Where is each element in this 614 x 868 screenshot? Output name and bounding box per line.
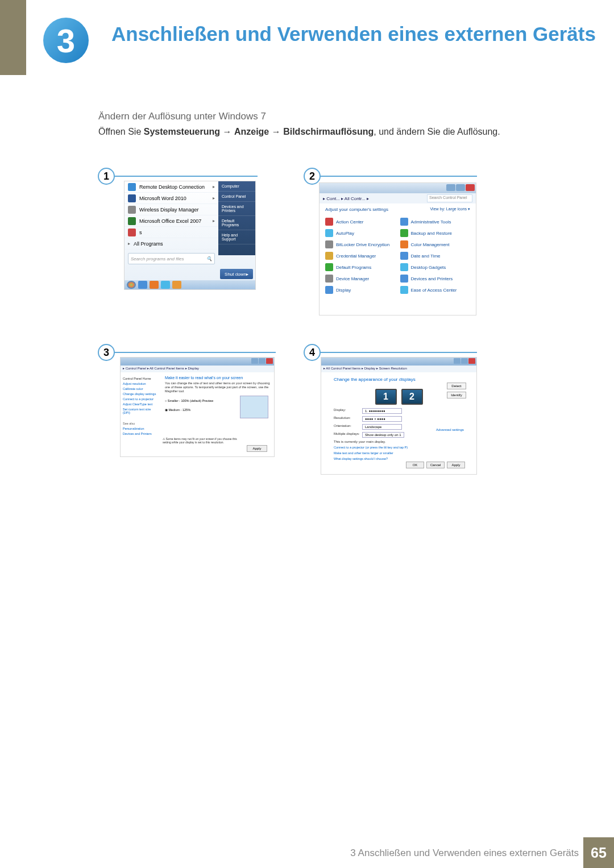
cp-item[interactable]: Action Center (325, 218, 396, 226)
projector-link[interactable]: Connect to a projector (or press the ⊞ k… (321, 445, 476, 450)
cp-item[interactable]: BitLocker Drive Encryption (325, 240, 396, 248)
clock-icon (400, 252, 408, 260)
cp-item[interactable]: Default Programs (325, 263, 396, 271)
start-menu-item[interactable]: Wireless Display Manager (125, 204, 218, 215)
sidebar-link[interactable]: Calibrate color (123, 387, 158, 391)
screenshot-start-menu: Computer Control Panel Devices and Print… (124, 181, 256, 290)
sidebar-link[interactable]: Control Panel Home (123, 377, 158, 380)
preview-monitor (240, 396, 268, 418)
sidebar-link[interactable]: Adjust ClearType text (123, 402, 158, 406)
multiple-select[interactable]: Show desktop only on 1 (362, 432, 404, 438)
cp-item[interactable]: Ease of Access Center (400, 286, 471, 294)
cp-item[interactable]: Devices and Printers (400, 275, 471, 283)
orientation-select[interactable]: Landscape (362, 424, 402, 430)
step-line (320, 176, 477, 177)
resolution-label: Resolution: (334, 416, 362, 422)
monitor-1[interactable]: 1 (375, 389, 397, 405)
monitor-2[interactable]: 2 (401, 389, 423, 405)
cp-item[interactable]: Date and Time (400, 252, 471, 260)
display-title: Make it easier to read what's on your sc… (165, 376, 271, 380)
close-button[interactable] (468, 358, 475, 364)
window-titlebar (320, 183, 476, 193)
resolution-select[interactable]: ●●●● × ●●●● (362, 416, 402, 422)
start-right-item[interactable]: Computer (218, 181, 255, 192)
sidebar-link[interactable]: Adjust resolution (123, 382, 158, 385)
all-programs[interactable]: ▸All Programs (125, 238, 218, 250)
start-right-item[interactable]: Devices and Printers (218, 202, 255, 216)
section-subheading: Ändern der Auflösung unter Windows 7 (98, 111, 266, 122)
display-select[interactable]: 1. ●●●●●●●● (362, 408, 402, 414)
step-line (114, 176, 258, 177)
sidebar-link[interactable]: Devices and Printers (123, 432, 158, 435)
address-bar[interactable]: ▸ Control Panel ▸ All Control Panel Item… (121, 366, 274, 372)
sidebar-link[interactable]: Set custom text size (DPI) (123, 408, 158, 414)
cp-item[interactable]: Backup and Restore (400, 229, 471, 237)
identify-button[interactable]: Identify (447, 392, 466, 398)
shutdown-button[interactable]: Shut down ▸ (220, 269, 253, 279)
word-icon (128, 194, 136, 202)
help-link[interactable]: What display settings should I choose? (321, 456, 476, 462)
apply-button[interactable]: Apply (247, 445, 267, 452)
address-bar[interactable]: ▸ All Control Panel Items ▸ Display ▸ Sc… (321, 366, 476, 372)
step-number-2: 2 (304, 168, 321, 185)
start-menu-item[interactable]: Remote Desktop Connection▸ (125, 181, 218, 193)
warning-text: ⚠ Some items may not fit on your screen … (163, 437, 240, 444)
wmp-icon[interactable] (172, 281, 181, 289)
screenshot-control-panel: ▸ Cont... ▸ All Contr... ▸ Search Contro… (319, 182, 476, 315)
start-search-input[interactable]: Search programs and files🔍 (128, 253, 215, 264)
apply-button[interactable]: Apply (447, 462, 465, 468)
maximize-button[interactable] (461, 358, 468, 364)
footer-text: 3 Anschließen und Verwenden eines extern… (350, 848, 579, 859)
close-button[interactable] (466, 184, 475, 191)
maximize-button[interactable] (456, 184, 465, 191)
orientation-label: Orientation: (334, 424, 362, 430)
search-input[interactable]: Search Control Panel (427, 194, 472, 202)
sidebar-link[interactable]: Connect to a projector (123, 397, 158, 401)
close-button[interactable] (266, 358, 273, 364)
maximize-button[interactable] (259, 358, 265, 364)
advanced-settings-link[interactable]: Advanced settings (436, 428, 464, 431)
search-icon: 🔍 (206, 256, 212, 261)
start-menu-item[interactable]: Microsoft Word 2010▸ (125, 193, 218, 204)
cp-item[interactable]: Device Manager (325, 275, 396, 283)
page-footer: 3 Anschließen und Verwenden eines extern… (0, 837, 614, 868)
page-number: 65 (583, 837, 614, 868)
minimize-button[interactable] (251, 358, 258, 364)
start-right-item[interactable]: Default Programs (218, 216, 255, 230)
display-label: Display: (334, 408, 362, 414)
credential-icon (325, 252, 333, 260)
minimize-button[interactable] (446, 184, 455, 191)
start-right-item[interactable]: Control Panel (218, 192, 255, 202)
step-number-1: 1 (98, 168, 115, 185)
ie-icon[interactable] (161, 281, 170, 289)
cp-item[interactable]: Display (325, 286, 396, 294)
cp-item[interactable]: AutoPlay (325, 229, 396, 237)
cancel-button[interactable]: Cancel (426, 462, 445, 468)
ok-button[interactable]: OK (406, 462, 424, 468)
cp-item[interactable]: Credential Manager (325, 252, 396, 260)
cp-item[interactable]: Administrative Tools (400, 218, 471, 226)
start-right-item[interactable]: Help and Support (218, 230, 255, 244)
taskbar-icon[interactable] (138, 281, 147, 289)
text-size-link[interactable]: Make text and other items larger or smal… (321, 450, 476, 456)
start-orb-icon[interactable] (127, 281, 136, 289)
cp-item[interactable]: Color Management (400, 240, 471, 248)
color-icon (400, 240, 408, 248)
window-titlebar (321, 358, 476, 366)
cp-heading: Adjust your computer's settings (325, 207, 388, 212)
minimize-button[interactable] (454, 358, 460, 364)
cp-items-grid: Action Center Administrative Tools AutoP… (320, 215, 476, 296)
display-body: You can change the size of text and othe… (165, 381, 271, 393)
view-by-dropdown[interactable]: View by: Large icons ▾ (430, 207, 470, 212)
start-menu-item[interactable]: Microsoft Office Excel 2007▸ (125, 215, 218, 227)
lock-icon (325, 240, 333, 248)
sidebar-link[interactable]: Personalization (123, 427, 158, 430)
taskbar-icon[interactable] (150, 281, 159, 289)
chapter-title: Anschließen und Verwenden eines externen… (111, 22, 596, 46)
detect-button[interactable]: Detect (447, 383, 466, 389)
step-number-4: 4 (304, 344, 321, 361)
cp-item[interactable]: Desktop Gadgets (400, 263, 471, 271)
current-display-text: This is currently your main display. (321, 439, 476, 445)
sidebar-link[interactable]: Change display settings (123, 392, 158, 396)
start-menu-item[interactable]: s (125, 227, 218, 238)
